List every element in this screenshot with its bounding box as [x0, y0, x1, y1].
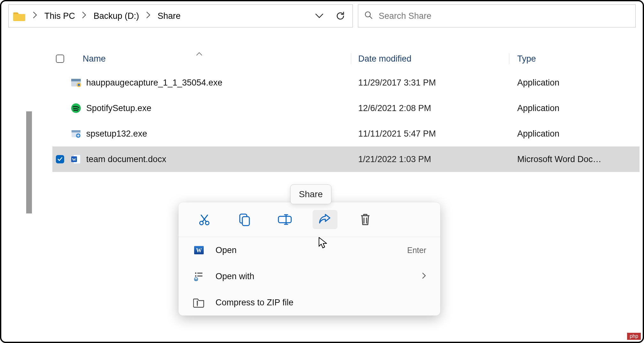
context-menu-item-label: Compress to ZIP file — [216, 298, 293, 308]
file-name: SpotifySetup.exe — [86, 103, 151, 113]
open-with-icon — [193, 271, 205, 282]
column-header-name[interactable]: Name — [83, 54, 106, 64]
svg-rect-7 — [72, 130, 80, 132]
search-input[interactable] — [379, 11, 630, 21]
tooltip-share: Share — [290, 184, 331, 204]
select-all-checkbox[interactable] — [52, 55, 68, 63]
share-button[interactable] — [313, 210, 337, 229]
svg-text:W: W — [72, 157, 76, 162]
svg-point-20 — [195, 272, 196, 274]
file-row[interactable]: hauppaugecapture_1_1_35054.exe 11/29/201… — [52, 70, 640, 95]
rename-button[interactable] — [272, 210, 297, 229]
chevron-right-icon — [143, 11, 154, 20]
svg-text:W: W — [196, 247, 202, 254]
context-menu-item-label: Open — [216, 245, 237, 255]
context-menu-open-with[interactable]: Open with — [178, 263, 440, 289]
file-date: 11/11/2021 5:47 PM — [358, 129, 436, 139]
context-menu: W Open Enter Open with Compress to ZIP f… — [178, 202, 440, 316]
copy-button[interactable] — [232, 210, 257, 229]
search-box[interactable] — [358, 4, 636, 27]
folder-icon — [13, 11, 26, 21]
chevron-right-icon — [422, 272, 426, 281]
file-date: 11/29/2017 3:31 PM — [358, 78, 436, 88]
svg-rect-23 — [197, 276, 202, 277]
file-type: Application — [517, 129, 559, 139]
file-name: spsetup132.exe — [86, 129, 147, 139]
row-checkbox[interactable] — [52, 155, 68, 163]
nav-scrollbar[interactable] — [26, 111, 32, 213]
svg-rect-21 — [197, 273, 202, 274]
zip-folder-icon — [193, 297, 205, 308]
watermark: php — [627, 333, 641, 340]
word-doc-icon: W — [70, 153, 82, 165]
sort-indicator-icon — [196, 50, 202, 57]
address-recent-dropdown[interactable] — [310, 6, 329, 26]
file-row[interactable]: SpotifySetup.exe 12/6/2021 2:08 PM Appli… — [52, 95, 640, 121]
context-menu-open[interactable]: W Open Enter — [178, 237, 440, 263]
context-menu-item-shortcut: Enter — [407, 246, 426, 255]
column-headers: Name Date modified Type — [52, 48, 640, 70]
breadcrumb-item-backup-d[interactable]: Backup (D:) — [92, 10, 141, 22]
column-header-date-modified[interactable]: Date modified — [358, 54, 412, 64]
column-header-type[interactable]: Type — [517, 54, 536, 64]
spotify-icon — [70, 102, 82, 114]
context-menu-quick-actions — [178, 207, 440, 237]
file-row-selected[interactable]: W team document.docx 1/21/2022 1:03 PM M… — [52, 146, 640, 172]
file-type: Microsoft Word Doc… — [517, 154, 602, 164]
topbar: This PC Backup (D:) Share — [1, 1, 643, 31]
file-name: team document.docx — [86, 154, 166, 164]
chevron-right-icon — [79, 11, 90, 20]
file-list: Name Date modified Type hauppaugecapture… — [52, 48, 640, 172]
address-bar[interactable]: This PC Backup (D:) Share — [8, 4, 353, 27]
svg-rect-16 — [278, 216, 291, 223]
breadcrumb-item-this-pc[interactable]: This PC — [42, 10, 77, 22]
chevron-right-icon — [30, 11, 41, 20]
word-app-icon: W — [193, 244, 205, 256]
file-name: hauppaugecapture_1_1_35054.exe — [86, 78, 222, 88]
delete-button[interactable] — [353, 210, 378, 229]
file-type: Application — [517, 78, 559, 88]
context-menu-compress-zip[interactable]: Compress to ZIP file — [178, 289, 440, 316]
context-menu-item-label: Open with — [216, 272, 254, 281]
svg-rect-15 — [242, 217, 249, 226]
file-type: Application — [517, 103, 559, 113]
svg-rect-4 — [78, 84, 80, 86]
file-row[interactable]: spsetup132.exe 11/11/2021 5:47 PM Applic… — [52, 121, 640, 146]
svg-rect-2 — [71, 79, 81, 81]
breadcrumb-item-share[interactable]: Share — [156, 10, 183, 22]
file-date: 12/6/2021 2:08 PM — [358, 103, 431, 113]
exe-icon — [70, 128, 82, 139]
refresh-button[interactable] — [331, 6, 350, 26]
svg-point-22 — [195, 275, 196, 277]
installer-icon — [70, 77, 82, 88]
cut-button[interactable] — [192, 210, 217, 229]
mouse-cursor-icon — [318, 237, 328, 252]
file-date: 1/21/2022 1:03 PM — [358, 154, 431, 164]
search-icon — [364, 11, 373, 22]
